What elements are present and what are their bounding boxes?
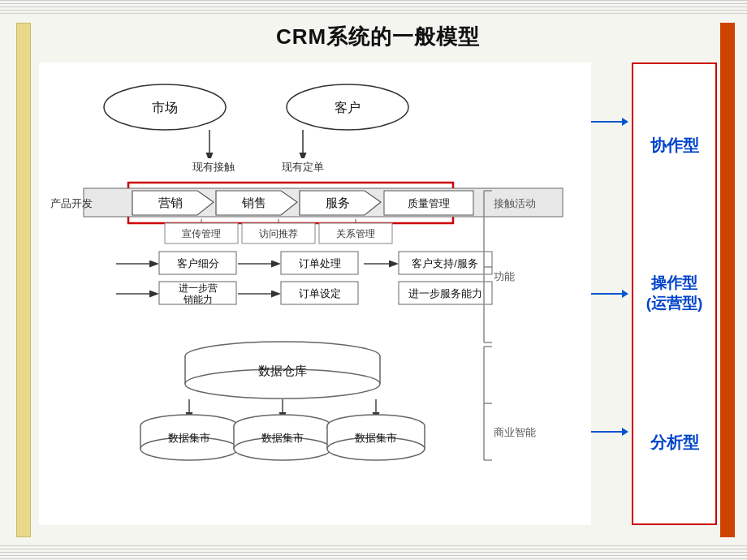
type-cooperative-label: 协作型	[650, 135, 699, 156]
arrow-operational	[591, 290, 628, 298]
top-lines	[0, 0, 747, 15]
svg-text:数据集市: 数据集市	[355, 432, 397, 444]
arrow-cooperative	[591, 118, 628, 126]
svg-text:销售: 销售	[241, 196, 266, 209]
svg-text:接触活动: 接触活动	[494, 197, 536, 209]
type-operational-label: 操作型 (运营型)	[646, 274, 703, 313]
svg-text:服务: 服务	[326, 196, 350, 209]
arrow-analytical	[591, 428, 628, 436]
type-analytical-label: 分析型	[650, 432, 699, 453]
svg-text:数据集市: 数据集市	[261, 432, 304, 444]
svg-text:市场: 市场	[152, 101, 178, 114]
left-decorative-bar	[16, 23, 31, 537]
svg-text:销能力: 销能力	[183, 294, 213, 305]
svg-text:数据集市: 数据集市	[168, 432, 210, 444]
title-suffix: 系统的一般模型	[326, 24, 480, 49]
svg-text:订单设定: 订单设定	[299, 287, 341, 299]
svg-text:关系管理: 关系管理	[336, 228, 375, 239]
right-decorative-bar	[720, 23, 735, 537]
svg-text:访问推荐: 访问推荐	[259, 228, 298, 239]
svg-text:产品开发: 产品开发	[50, 197, 93, 209]
svg-text:现有接触: 现有接触	[192, 161, 235, 173]
crm-diagram: 市场 客户 现有接触 现有定单	[39, 62, 591, 537]
svg-text:进一步营: 进一步营	[179, 282, 218, 294]
svg-text:数据仓库: 数据仓库	[258, 364, 307, 377]
bottom-lines	[0, 545, 747, 560]
page-title: CRM系统的一般模型	[39, 23, 717, 51]
svg-text:订单处理: 订单处理	[299, 257, 341, 269]
svg-text:营销: 营销	[158, 196, 183, 209]
svg-text:现有定单: 现有定单	[282, 161, 324, 173]
svg-text:质量管理: 质量管理	[408, 197, 450, 209]
svg-text:客户: 客户	[335, 101, 361, 114]
svg-text:功能: 功能	[494, 270, 515, 282]
svg-text:商业智能: 商业智能	[494, 426, 536, 438]
crm-type-panel: 协作型 操作型 (运营型) 分析型	[591, 62, 717, 537]
svg-text:客户支持/服务: 客户支持/服务	[412, 257, 478, 269]
svg-text:进一步服务能力: 进一步服务能力	[408, 287, 482, 299]
svg-text:客户细分: 客户细分	[177, 257, 219, 269]
title-crm: CRM	[276, 24, 326, 49]
svg-text:宣传管理: 宣传管理	[182, 228, 221, 239]
